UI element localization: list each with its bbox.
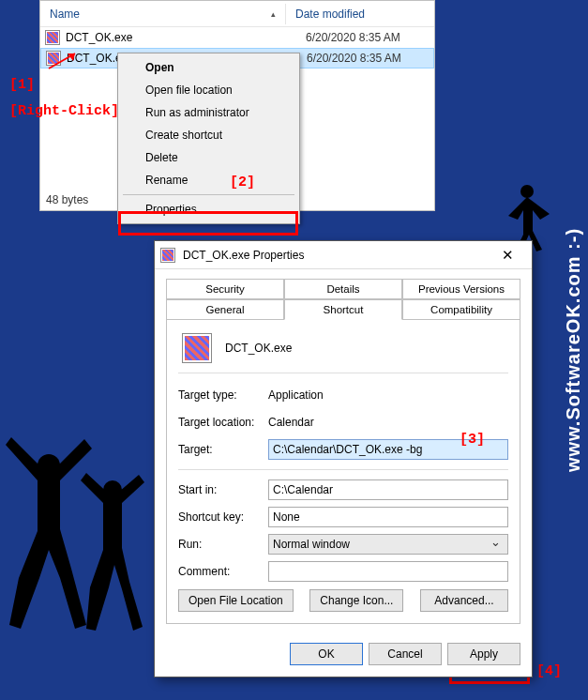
shortcut-name: DCT_OK.exe bbox=[225, 342, 292, 355]
label-run: Run: bbox=[178, 538, 268, 551]
tab-strip: Security Details Previous Versions Gener… bbox=[166, 279, 520, 320]
value-target-location: Calendar bbox=[268, 416, 508, 429]
cancel-button[interactable]: Cancel bbox=[369, 643, 442, 665]
label-target-type: Target type: bbox=[178, 388, 268, 402]
watermark-text: www.SoftwareOK.com :-) bbox=[563, 228, 584, 472]
dialog-titlebar[interactable]: DCT_OK.exe Properties ✕ bbox=[155, 241, 532, 269]
close-button[interactable]: ✕ bbox=[489, 244, 526, 266]
ctx-item-delete[interactable]: Delete bbox=[121, 146, 296, 169]
label-comment: Comment: bbox=[178, 565, 268, 578]
ctx-item-open[interactable]: Open bbox=[121, 56, 296, 79]
annotation-1: [1] bbox=[9, 77, 35, 93]
context-menu: Open Open file location Run as administr… bbox=[117, 53, 300, 224]
ctx-item-rename[interactable]: Rename bbox=[121, 169, 296, 191]
apply-button[interactable]: Apply bbox=[447, 643, 520, 665]
file-date: 6/20/2020 8:35 AM bbox=[307, 52, 433, 65]
sort-indicator-icon: ▴ bbox=[271, 9, 276, 19]
tab-compatibility[interactable]: Compatibility bbox=[402, 299, 520, 320]
file-name: DCT_OK.exe bbox=[66, 31, 306, 44]
column-label: Name bbox=[50, 8, 80, 21]
dialog-title-icon bbox=[160, 248, 175, 263]
tab-content-shortcut: DCT_OK.exe Target type: Application Targ… bbox=[166, 319, 520, 624]
decorative-figure bbox=[2, 428, 152, 634]
svg-point-0 bbox=[520, 185, 534, 198]
menu-separator bbox=[123, 194, 294, 195]
annotation-4: [4] bbox=[536, 663, 562, 679]
advanced-button[interactable]: Advanced... bbox=[420, 589, 508, 612]
start-in-input[interactable] bbox=[268, 479, 508, 500]
value-target-type: Application bbox=[268, 388, 508, 402]
properties-dialog: DCT_OK.exe Properties ✕ Security Details… bbox=[154, 240, 533, 677]
change-icon-button[interactable]: Change Icon... bbox=[309, 589, 403, 612]
dialog-footer: OK Cancel Apply bbox=[155, 633, 532, 677]
dialog-title: DCT_OK.exe Properties bbox=[183, 249, 489, 262]
shield-icon bbox=[125, 105, 140, 120]
tab-shortcut[interactable]: Shortcut bbox=[284, 299, 402, 320]
tab-details[interactable]: Details bbox=[284, 279, 402, 299]
tab-general[interactable]: General bbox=[166, 299, 284, 320]
run-select[interactable] bbox=[268, 534, 508, 555]
ctx-item-run-admin[interactable]: Run as administrator bbox=[121, 101, 296, 124]
shortcut-large-icon bbox=[182, 333, 212, 363]
file-row[interactable]: DCT_OK.exe 6/20/2020 8:35 AM bbox=[40, 27, 434, 48]
annotation-rightclick: [Right-Click] bbox=[9, 103, 119, 119]
label-shortcut-key: Shortcut key: bbox=[178, 510, 268, 524]
label-start-in: Start in: bbox=[178, 483, 268, 496]
tab-previous-versions[interactable]: Previous Versions bbox=[402, 279, 520, 299]
exe-file-icon bbox=[45, 30, 60, 45]
annotation-2: [2] bbox=[230, 175, 255, 190]
label-target-location: Target location: bbox=[178, 416, 268, 429]
shortcut-key-input[interactable] bbox=[268, 507, 508, 527]
comment-input[interactable] bbox=[268, 561, 508, 582]
close-icon: ✕ bbox=[502, 247, 514, 264]
explorer-header: Name ▴ Date modified bbox=[40, 1, 434, 27]
label-target: Target: bbox=[178, 443, 268, 456]
highlight-box-properties bbox=[118, 211, 298, 236]
file-date: 6/20/2020 8:35 AM bbox=[306, 31, 434, 44]
annotation-3: [3] bbox=[460, 432, 485, 448]
annotation-arrow-icon bbox=[47, 52, 81, 70]
column-label: Date modified bbox=[295, 8, 365, 21]
ctx-item-open-location[interactable]: Open file location bbox=[121, 79, 296, 101]
status-bar-text: 48 bytes bbox=[46, 193, 88, 206]
column-header-name[interactable]: Name ▴ bbox=[40, 4, 286, 24]
ctx-item-create-shortcut[interactable]: Create shortcut bbox=[121, 124, 296, 146]
column-header-date[interactable]: Date modified bbox=[286, 4, 434, 24]
ok-button[interactable]: OK bbox=[290, 643, 363, 665]
open-file-location-button[interactable]: Open File Location bbox=[178, 589, 294, 612]
tab-security[interactable]: Security bbox=[166, 279, 284, 299]
